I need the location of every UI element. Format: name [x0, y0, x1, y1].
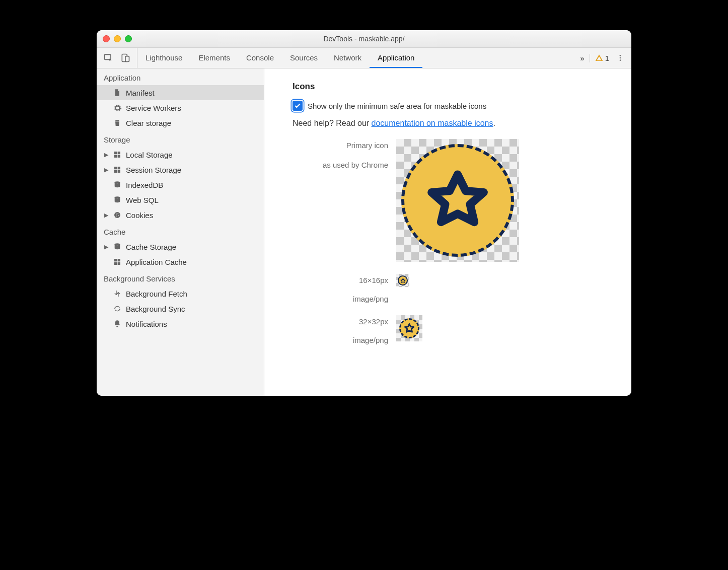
sidebar-item-background-sync[interactable]: Background Sync — [97, 301, 264, 316]
sync-icon — [113, 304, 122, 313]
more-tabs-button[interactable]: » — [580, 54, 584, 62]
application-sidebar: ApplicationManifestService WorkersClear … — [97, 68, 264, 396]
help-suffix: . — [493, 119, 495, 127]
sidebar-item-label: Cookies — [126, 211, 153, 220]
tab-console[interactable]: Console — [238, 48, 282, 68]
sidebar-item-label: Web SQL — [126, 196, 159, 204]
svg-rect-4 — [599, 59, 599, 60]
safe-area-checkbox[interactable] — [293, 101, 303, 111]
sidebar-item-cache-storage[interactable]: ▶Cache Storage — [97, 239, 264, 254]
sidebar-item-service-workers[interactable]: Service Workers — [97, 100, 264, 115]
bell-icon — [113, 319, 122, 328]
panel-tabs: LighthouseElementsConsoleSourcesNetworkA… — [137, 48, 575, 68]
fetch-icon — [113, 289, 122, 298]
svg-point-14 — [116, 216, 117, 217]
sidebar-item-manifest[interactable]: Manifest — [97, 85, 264, 100]
svg-point-7 — [620, 59, 621, 61]
svg-point-13 — [118, 215, 119, 216]
sidebar-item-label: Session Storage — [126, 166, 181, 174]
icon-16-preview — [396, 274, 409, 287]
file-icon — [113, 88, 122, 97]
maskable-safe-area — [401, 144, 514, 257]
minimize-window-button[interactable] — [114, 35, 121, 42]
database-icon — [113, 180, 122, 189]
primary-icon-label-2: as used by Chrome — [293, 161, 388, 169]
gear-icon — [113, 103, 122, 112]
sidebar-section-title: Cache — [97, 223, 264, 239]
star-icon — [425, 168, 490, 233]
window-controls — [103, 35, 132, 42]
trash-icon — [113, 118, 122, 127]
disclosure-triangle-icon[interactable]: ▶ — [104, 244, 109, 250]
svg-point-9 — [115, 196, 120, 198]
sidebar-item-label: Cache Storage — [126, 243, 176, 251]
sidebar-item-label: Application Cache — [126, 258, 187, 266]
icon-size-label: 32×32px — [293, 315, 388, 326]
sidebar-item-label: Notifications — [126, 320, 167, 328]
sidebar-item-application-cache[interactable]: Application Cache — [97, 254, 264, 269]
warning-icon — [595, 54, 603, 62]
sidebar-item-background-fetch[interactable]: Background Fetch — [97, 286, 264, 301]
svg-point-11 — [116, 213, 117, 215]
tab-application[interactable]: Application — [370, 48, 422, 68]
sidebar-item-label: Background Fetch — [126, 290, 187, 298]
tab-sources[interactable]: Sources — [282, 48, 326, 68]
sidebar-item-label: Clear storage — [126, 119, 171, 127]
sidebar-item-label: IndexedDB — [126, 181, 163, 189]
database-icon — [113, 195, 122, 204]
svg-point-10 — [114, 212, 120, 218]
grid-icon — [113, 165, 122, 174]
svg-point-8 — [115, 181, 120, 183]
sidebar-section-title: Application — [97, 68, 264, 85]
star-icon — [400, 278, 406, 283]
tab-elements[interactable]: Elements — [190, 48, 238, 68]
documentation-link[interactable]: documentation on maskable icons — [372, 119, 493, 127]
icon-mime-label: image/png — [293, 295, 388, 303]
device-toolbar-icon[interactable] — [120, 52, 131, 63]
inspect-element-icon[interactable] — [103, 52, 114, 63]
section-heading: Icons — [293, 82, 621, 92]
devtools-toolbar: LighthouseElementsConsoleSourcesNetworkA… — [97, 48, 631, 68]
svg-point-15 — [115, 243, 120, 245]
close-window-button[interactable] — [103, 35, 110, 42]
svg-rect-2 — [125, 56, 129, 62]
tab-network[interactable]: Network — [326, 48, 370, 68]
sidebar-item-clear-storage[interactable]: Clear storage — [97, 115, 264, 130]
window-title: DevTools - maskable.app/ — [97, 35, 631, 43]
svg-point-5 — [620, 55, 621, 56]
icon-size-label: 16×16px — [293, 274, 388, 284]
zoom-window-button[interactable] — [125, 35, 132, 42]
database-icon — [113, 242, 122, 251]
warning-count: 1 — [605, 54, 609, 62]
svg-rect-0 — [105, 54, 111, 59]
sidebar-item-session-storage[interactable]: ▶Session Storage — [97, 162, 264, 177]
sidebar-item-label: Background Sync — [126, 305, 185, 313]
disclosure-triangle-icon[interactable]: ▶ — [104, 152, 109, 158]
sidebar-item-local-storage[interactable]: ▶Local Storage — [97, 147, 264, 162]
safe-area-checkbox-label: Show only the minimum safe area for mask… — [308, 102, 486, 110]
sidebar-item-label: Local Storage — [126, 151, 173, 159]
svg-point-6 — [620, 57, 621, 59]
check-icon — [294, 102, 301, 109]
tab-lighthouse[interactable]: Lighthouse — [137, 48, 190, 68]
devtools-window: DevTools - maskable.app/ LighthouseEleme… — [97, 30, 631, 396]
icon-mime-label: image/png — [293, 336, 388, 344]
svg-rect-3 — [599, 57, 599, 59]
warnings-indicator[interactable]: 1 — [590, 54, 609, 62]
sidebar-item-cookies[interactable]: ▶Cookies — [97, 207, 264, 223]
icon-32-preview — [396, 315, 422, 341]
manifest-panel: Icons Show only the minimum safe area fo… — [264, 68, 631, 396]
sidebar-item-indexeddb[interactable]: IndexedDB — [97, 177, 264, 192]
sidebar-item-label: Manifest — [126, 89, 155, 97]
star-icon — [404, 323, 415, 334]
help-prefix: Need help? Read our — [293, 119, 372, 127]
settings-menu-button[interactable] — [614, 54, 626, 62]
help-text: Need help? Read our documentation on mas… — [293, 119, 621, 128]
sidebar-section-title: Storage — [97, 130, 264, 147]
grid-icon — [113, 150, 122, 159]
disclosure-triangle-icon[interactable]: ▶ — [104, 167, 109, 173]
disclosure-triangle-icon[interactable]: ▶ — [104, 212, 109, 219]
sidebar-item-notifications[interactable]: Notifications — [97, 316, 264, 331]
sidebar-item-web-sql[interactable]: Web SQL — [97, 192, 264, 207]
primary-icon-preview — [396, 139, 519, 262]
